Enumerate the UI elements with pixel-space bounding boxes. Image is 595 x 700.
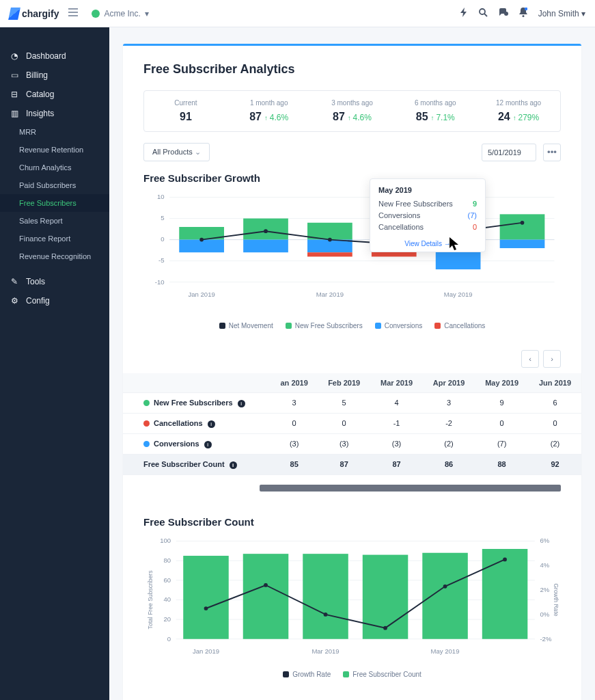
sidebar-item-revenue-retention[interactable]: Revenue Retention [0,141,109,159]
svg-text:80: 80 [163,556,171,564]
brand-logo[interactable]: chargify [10,8,59,20]
pager-next-button[interactable]: › [543,350,561,368]
svg-text:4%: 4% [540,561,549,569]
sidebar-item-mrr[interactable]: MRR [0,123,109,141]
gauge-icon: ◔ [10,51,19,61]
info-icon[interactable]: i [204,441,212,448]
svg-rect-59 [422,553,468,639]
products-filter[interactable]: All Products [143,143,210,161]
sidebar-item-sales-report[interactable]: Sales Report [0,212,109,230]
sidebar-item-finance-report[interactable]: Finance Report [0,230,109,247]
user-menu[interactable]: John Smith ▾ [538,9,585,18]
svg-rect-60 [482,549,528,639]
kpi-1mo: 1 month ago874.6% [227,91,311,131]
svg-text:Mar 2019: Mar 2019 [316,291,344,298]
svg-point-63 [324,612,328,617]
sidebar-item-tools[interactable]: ✎Tools [0,272,109,291]
pager-prev-button[interactable]: ‹ [521,350,539,368]
svg-point-62 [264,583,268,587]
chat-icon[interactable] [499,8,508,19]
svg-point-2 [522,15,524,17]
count-chart: 020406080100-2%0%2%4%6%Jan 2019Mar 2019M… [123,535,581,700]
svg-text:May 2019: May 2019 [444,291,473,298]
svg-text:5: 5 [161,214,164,221]
date-end-input[interactable] [482,144,536,161]
sidebar-item-paid-subscribers[interactable]: Paid Subscribers [0,176,109,194]
svg-text:Jan 2019: Jan 2019 [193,647,219,655]
svg-rect-55 [183,556,229,639]
growth-title: Free Subscriber Growth [123,168,581,191]
tooltip-title: May 2019 [378,186,477,194]
kpi-row: Current91 1 month ago874.6% 3 months ago… [143,90,561,132]
svg-text:6%: 6% [540,537,549,544]
gear-icon: ⚙ [10,296,19,306]
sidebar-item-churn-analytics[interactable]: Churn Analytics [0,159,109,176]
sidebar-item-config[interactable]: ⚙Config [0,291,109,310]
svg-text:May 2019: May 2019 [431,647,460,655]
svg-text:Jan 2019: Jan 2019 [189,291,215,298]
bolt-icon[interactable] [460,8,468,19]
sidebar-item-insights[interactable]: ▥Insights [0,104,109,123]
info-icon[interactable]: i [208,420,215,428]
chart-icon: ▥ [10,109,19,118]
svg-text:-2%: -2% [540,634,551,642]
table-col-header: May 2019 [475,373,529,393]
growth-chart: -10-50510Jan 2019Mar 2019May 2019 May 20… [123,191,581,317]
table-col-header: Feb 2019 [318,373,370,393]
more-actions-button[interactable]: ••• [543,144,561,161]
svg-rect-21 [307,252,352,256]
card-icon: ▭ [10,70,19,80]
tooltip-view-details[interactable]: View Details → [378,234,477,247]
table-pager: ‹ › [123,343,581,373]
svg-text:2%: 2% [540,586,549,593]
kpi-3mo: 3 months ago874.6% [311,91,394,131]
sidebar-item-free-subscribers[interactable]: Free Subscribers [0,194,109,212]
bell-icon[interactable] [519,8,527,19]
svg-point-0 [480,9,485,14]
svg-point-31 [328,238,332,242]
org-status-icon [92,10,100,18]
svg-point-34 [521,221,525,225]
svg-text:Mar 2019: Mar 2019 [312,647,339,655]
table-total-row: Free Subscriber Count i858787868892 [123,454,581,474]
svg-point-30 [264,229,268,233]
topbar: chargify Acme Inc. ▾ John Smith ▾ [0,0,595,27]
org-switcher[interactable]: Acme Inc. ▾ [92,9,148,18]
info-icon[interactable]: i [238,400,245,407]
svg-point-66 [503,557,507,561]
kpi-current: Current91 [144,91,227,131]
sidebar-item-dashboard[interactable]: ◔Dashboard [0,46,109,66]
svg-text:60: 60 [163,576,171,584]
svg-text:Growth Rate: Growth Rate [553,583,559,616]
page-title: Free Subscriber Analytics [123,46,581,90]
svg-rect-18 [243,240,288,253]
table-horizontal-scrollbar[interactable] [260,485,561,492]
svg-text:0: 0 [167,634,171,642]
sidebar-item-billing[interactable]: ▭Billing [0,66,109,85]
svg-point-65 [443,584,447,589]
table-col-header: Jun 2019 [529,373,581,393]
box-icon: ⊟ [10,90,19,99]
filter-row: All Products ••• [143,143,561,161]
sidebar-item-revenue-recognition[interactable]: Revenue Recognition [0,247,109,265]
org-name: Acme Inc. [104,9,140,18]
main-card: Free Subscriber Analytics Current91 1 mo… [123,44,581,700]
svg-point-1 [504,12,508,16]
table-col-header: an 2019 [271,373,318,393]
sidebar-item-catalog[interactable]: ⊟Catalog [0,85,109,104]
cursor-icon [449,237,461,251]
svg-text:0%: 0% [540,610,549,618]
svg-text:100: 100 [160,537,171,544]
svg-rect-17 [243,219,288,240]
svg-text:0: 0 [161,235,164,243]
search-icon[interactable] [479,8,488,19]
hamburger-icon[interactable] [68,8,78,18]
sidebar: ◔Dashboard ▭Billing ⊟Catalog ▥Insights M… [0,27,109,700]
svg-text:Total Free Subscribers: Total Free Subscribers [147,570,154,629]
svg-point-64 [383,626,387,630]
svg-rect-57 [303,554,348,639]
svg-rect-28 [500,240,545,248]
info-icon[interactable]: i [230,461,237,469]
svg-rect-27 [500,214,545,239]
table-col-header: Apr 2019 [423,373,475,393]
